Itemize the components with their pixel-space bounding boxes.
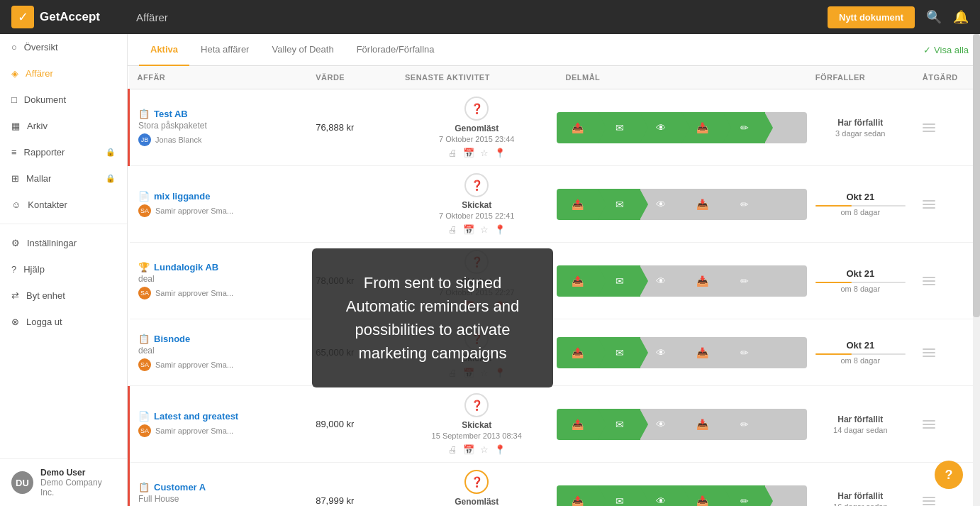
- action-menu-button[interactable]: [923, 123, 971, 132]
- visa-alla-button[interactable]: ✓ Visa alla: [923, 45, 969, 55]
- menu-line-1: [923, 123, 935, 125]
- deal-value: 89,000 kr: [316, 419, 354, 429]
- scrollbar-track[interactable]: [973, 34, 980, 506]
- deal-name[interactable]: 📋 Bisnode: [138, 334, 299, 344]
- action-menu-button[interactable]: [923, 277, 971, 285]
- sidebar-item-hjalp[interactable]: ? Hjälp: [0, 256, 127, 282]
- step-0[interactable]: 📤: [557, 189, 598, 220]
- step-0[interactable]: 📤: [557, 265, 598, 297]
- pin-icon: 📍: [494, 224, 506, 235]
- action-cell[interactable]: [914, 319, 980, 386]
- deal-name-cell: 🏆 Lundalogik AB deal SA Samir approver S…: [129, 243, 308, 319]
- action-menu-button[interactable]: [923, 497, 971, 505]
- deal-name[interactable]: 🏆 Lundalogik AB: [138, 262, 299, 273]
- activity-cell: ❓ Skickat 15 September 2013 08:34 🖨 📅 ☆ …: [396, 386, 557, 463]
- menu-line-2: [923, 127, 935, 128]
- deal-title[interactable]: Lundalogik AB: [154, 262, 218, 273]
- sidebar-item-oversikt[interactable]: ○ Översikt: [0, 34, 127, 60]
- menu-line-3: [923, 504, 935, 505]
- menu-line-1: [923, 420, 935, 422]
- deal-title[interactable]: Latest and greatest: [154, 411, 238, 422]
- sidebar-item-rapporter[interactable]: ≡ Rapporter 🔒: [0, 139, 127, 165]
- activity-status: Genomläst: [405, 123, 548, 133]
- sidebar-item-logga-ut[interactable]: ⊗ Logga ut: [0, 309, 127, 335]
- scrollbar-thumb[interactable]: [973, 34, 980, 317]
- deal-name[interactable]: 📋 Test AB: [138, 109, 299, 119]
- sidebar-item-arkiv[interactable]: ▦ Arkiv: [0, 113, 127, 139]
- table-row[interactable]: 📋 Customer A Full House ST samir testare…: [129, 463, 981, 507]
- user-avatar: DU: [11, 471, 33, 494]
- step-0[interactable]: 📤: [557, 485, 598, 507]
- new-doc-button[interactable]: Nytt dokument: [828, 6, 915, 28]
- tab-aktiva[interactable]: Aktiva: [139, 34, 189, 66]
- menu-line-3: [923, 131, 935, 132]
- logout-icon: ⊗: [11, 317, 19, 327]
- sidebar-item-mallar[interactable]: ⊞ Mallar 🔒: [0, 165, 127, 192]
- forfall-cell: Har förfallit 14 dagar sedan: [807, 386, 914, 463]
- tab-heta-affarer[interactable]: Heta affärer: [189, 34, 260, 66]
- deal-title[interactable]: Test AB: [154, 109, 188, 119]
- table-row[interactable]: 📄 mix liggande SA Samir approver Sma... …: [129, 166, 981, 243]
- forfall-bar-fill: [815, 205, 852, 207]
- owner-avatar: SA: [138, 204, 151, 217]
- sidebar-item-affarer[interactable]: ◈ Affärer: [0, 60, 127, 87]
- deal-title[interactable]: Bisnode: [154, 334, 190, 344]
- action-cell[interactable]: [914, 166, 980, 243]
- deal-name-cell: 📄 Latest and greatest SA Samir approver …: [129, 386, 308, 463]
- deal-name[interactable]: 📄 mix liggande: [138, 191, 299, 202]
- activity-icon-row: 🖨 📅 ☆ 📍: [405, 148, 548, 158]
- tab-forlorade[interactable]: Förlorade/Förfallna: [345, 34, 446, 66]
- steps-row: 📤✉👁📥✏: [557, 409, 806, 440]
- deal-subtitle: deal: [138, 346, 299, 356]
- bell-icon[interactable]: 🔔: [953, 9, 969, 25]
- sidebar-item-byt-enhet[interactable]: ⇄ Byt enhet: [0, 282, 127, 309]
- help-icon: ?: [11, 264, 16, 275]
- tab-valley-of-death[interactable]: Valley of Death: [260, 34, 345, 66]
- deal-value: 87,999 kr: [316, 495, 354, 506]
- action-menu-button[interactable]: [923, 348, 971, 357]
- deal-name-cell: 📋 Customer A Full House ST samir testare: [129, 463, 308, 507]
- search-icon[interactable]: 🔍: [926, 9, 942, 25]
- table-row[interactable]: 📄 Latest and greatest SA Samir approver …: [129, 386, 981, 463]
- print-icon: 🖨: [448, 444, 457, 455]
- sidebar-item-installningar[interactable]: ⚙ Inställningar: [0, 230, 127, 256]
- step-0[interactable]: 📤: [557, 337, 598, 368]
- main-content: Aktiva Heta affärer Valley of Death Förl…: [128, 34, 980, 506]
- activity-circle-icon: ❓: [464, 393, 489, 417]
- sidebar-label-rapporter: Rapporter: [24, 147, 65, 158]
- deal-name[interactable]: 📄 Latest and greatest: [138, 411, 299, 422]
- deal-name-cell: 📋 Bisnode deal SA Samir approver Sma...: [129, 319, 308, 386]
- sidebar-label-oversikt: Översikt: [24, 42, 58, 53]
- table-header-row: AFFÄR VÄRDE SENASTE AKTIVITET DELMÅL FÖR…: [129, 66, 981, 89]
- owner-name: Samir approver Sma...: [155, 427, 233, 435]
- deal-name-cell: 📄 mix liggande SA Samir approver Sma...: [129, 166, 308, 243]
- sidebar-item-dokument[interactable]: □ Dokument: [0, 87, 127, 113]
- deal-name-cell: 📋 Test AB Stora påskpaketet JB Jonas Bla…: [129, 89, 308, 166]
- sidebar-label-kontakter: Kontakter: [28, 199, 67, 210]
- table-row[interactable]: 📋 Test AB Stora påskpaketet JB Jonas Bla…: [129, 89, 981, 166]
- deal-title[interactable]: mix liggande: [154, 191, 210, 202]
- col-affar: AFFÄR: [129, 66, 308, 89]
- logo-icon: ✓: [11, 6, 34, 28]
- deal-title[interactable]: Customer A: [154, 482, 206, 493]
- action-cell[interactable]: [914, 386, 980, 463]
- owner-avatar: SA: [138, 287, 151, 299]
- deal-name[interactable]: 📋 Customer A: [138, 482, 299, 493]
- table-row[interactable]: 📋 Bisnode deal SA Samir approver Sma... …: [129, 319, 981, 386]
- table-row[interactable]: 🏆 Lundalogik AB deal SA Samir approver S…: [129, 243, 981, 319]
- action-menu-button[interactable]: [923, 420, 971, 429]
- action-cell[interactable]: [914, 89, 980, 166]
- deal-owner: SA Samir approver Sma...: [138, 358, 299, 371]
- forfall-cell: Okt 21 om 8 dagar: [807, 166, 914, 243]
- sidebar-item-kontakter[interactable]: ☺ Kontakter: [0, 192, 127, 218]
- deal-value-cell: [307, 166, 396, 243]
- lock-icon-2: 🔒: [106, 174, 116, 183]
- action-menu-button[interactable]: [923, 200, 971, 209]
- forfall-cell: Har förfallit 3 dagar sedan: [807, 89, 914, 166]
- help-fab-button[interactable]: ?: [935, 461, 963, 489]
- step-0[interactable]: 📤: [557, 112, 598, 143]
- forfall-overdue-label: Har förfallit: [815, 491, 906, 501]
- step-0[interactable]: 📤: [557, 409, 598, 440]
- menu-line-2: [923, 352, 935, 353]
- action-cell[interactable]: [914, 243, 980, 319]
